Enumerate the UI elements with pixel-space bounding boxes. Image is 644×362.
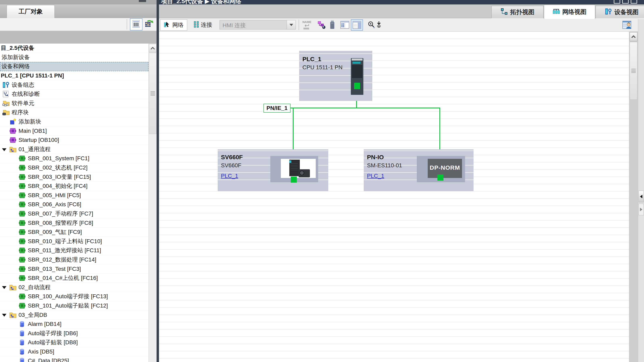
split-editor-tool[interactable] bbox=[351, 19, 363, 31]
relations-tool[interactable] bbox=[317, 20, 326, 30]
device-image-frame: DP-NORM bbox=[417, 156, 465, 182]
tree-item[interactable]: Startup [OB100] bbox=[0, 136, 148, 145]
device-model: SV660F bbox=[221, 162, 241, 169]
tree-item[interactable]: Main [OB1] bbox=[0, 126, 148, 136]
tab-network-view[interactable]: 网络视图 bbox=[544, 5, 595, 19]
show-names-tool[interactable]: NAME bbox=[302, 20, 312, 30]
tree-item[interactable]: Auto端子贴装 [DB8] bbox=[0, 338, 148, 347]
servo-drive-image bbox=[281, 159, 316, 178]
graphic-overview-tool[interactable] bbox=[622, 20, 633, 30]
station-tool[interactable] bbox=[328, 20, 336, 30]
tree-item[interactable]: 设备和网络 bbox=[0, 62, 148, 71]
connection-line[interactable] bbox=[293, 108, 294, 156]
tree-item[interactable]: SBR_013_Test [FC3] bbox=[0, 264, 148, 274]
connections-button[interactable]: 连接 bbox=[189, 19, 216, 30]
tab-topology-view[interactable]: 拓扑视图 bbox=[492, 6, 544, 18]
profinet-port[interactable] bbox=[354, 83, 360, 89]
tree-item[interactable]: SBR_011_激光焊接站 [FC11] bbox=[0, 246, 148, 255]
tree-item[interactable]: 添加新设备 bbox=[0, 53, 148, 62]
expander-arrow-icon[interactable] bbox=[2, 148, 6, 151]
expander-arrow-icon[interactable] bbox=[2, 314, 6, 316]
network-mode-button[interactable]: 网络 bbox=[160, 19, 187, 31]
tree-item[interactable]: SBR_001_System [FC1] bbox=[0, 154, 148, 163]
tree-item[interactable]: 在线和诊断 bbox=[0, 90, 148, 99]
network-canvas[interactable]: PLC_1 CPU 1511-1 PN PN/IE_1 SV660F SV660… bbox=[159, 32, 629, 362]
tree-item[interactable]: SBR_014_C#上位机 [FC16] bbox=[0, 274, 148, 283]
device-pn-io[interactable]: PN-IO SM-ES110-01 PLC_1 DP-NORM bbox=[364, 149, 474, 191]
tab-factory-objects-label: 工厂对象 bbox=[18, 8, 43, 16]
tree-item[interactable]: SBR_006_Axis [FC6] bbox=[0, 200, 148, 209]
connections-label: 连接 bbox=[201, 21, 212, 29]
fc-block-icon bbox=[18, 302, 26, 309]
expander-arrow-icon[interactable] bbox=[2, 286, 6, 289]
fc-block-icon bbox=[18, 219, 26, 226]
tree-item[interactable]: SBR_007_手动程序 [FC7] bbox=[0, 209, 148, 218]
page-layout-tool[interactable] bbox=[340, 20, 350, 30]
window-button-icon[interactable] bbox=[622, 0, 629, 4]
tree-item[interactable]: Auto端子焊接 [DB6] bbox=[0, 329, 148, 338]
tree-item[interactable]: Alarm [DB14] bbox=[0, 320, 148, 329]
tree-item[interactable]: SBR_004_初始化 [FC4] bbox=[0, 182, 148, 191]
tab-factory-objects[interactable]: 工厂对象 bbox=[7, 5, 55, 18]
tree-item[interactable]: SBR_012_数据处理 [FC14] bbox=[0, 255, 148, 264]
tree-item[interactable]: SBR_010_端子上料站 [FC10] bbox=[0, 237, 148, 246]
project-tree-scrollbar[interactable] bbox=[148, 44, 157, 362]
tree-item[interactable]: SBR_002_状态机 [FC2] bbox=[0, 163, 148, 172]
group-folder-icon bbox=[9, 284, 17, 291]
tree-item[interactable]: C#_Data [DB25] bbox=[0, 356, 148, 362]
scrollbar-thumb[interactable] bbox=[630, 42, 637, 100]
device-plc[interactable]: PLC_1 CPU 1511-1 PN bbox=[299, 51, 372, 101]
profinet-port[interactable] bbox=[291, 176, 297, 182]
connection-type-dropdown[interactable]: HMI 连接 bbox=[220, 20, 296, 30]
device-name[interactable]: PLC_1 bbox=[302, 56, 321, 62]
scrollbar-thumb[interactable] bbox=[149, 53, 156, 134]
zoom-icon bbox=[368, 21, 376, 29]
device-sv660f[interactable]: SV660F SV660F PLC_1 bbox=[218, 149, 328, 191]
clipped-icon-fragment bbox=[139, 0, 146, 2]
window-button-icon[interactable] bbox=[631, 0, 637, 4]
tree-item[interactable]: 软件单元 bbox=[0, 99, 148, 108]
cpu-module-image[interactable] bbox=[351, 58, 363, 95]
fit-to-view-tool[interactable] bbox=[376, 20, 382, 29]
tree-item[interactable]: 添加新块 bbox=[0, 117, 148, 126]
tab-topology-view-label: 拓扑视图 bbox=[510, 8, 534, 16]
window-button-icon[interactable] bbox=[614, 0, 620, 4]
expand-panel-button[interactable] bbox=[638, 204, 644, 215]
assigned-controller-link[interactable]: PLC_1 bbox=[221, 173, 238, 179]
tree-item[interactable]: Axis [DB5] bbox=[0, 347, 148, 356]
software-units-icon bbox=[2, 100, 10, 107]
tree-item[interactable]: SBR_005_HMI [FC5] bbox=[0, 191, 148, 200]
tab-device-view[interactable]: 设备视图 bbox=[596, 6, 644, 18]
breadcrumb: 项目_2.5代设备 ▶ 设备和网络 bbox=[161, 0, 241, 4]
connection-line[interactable] bbox=[440, 108, 440, 156]
scroll-up-button[interactable] bbox=[149, 44, 156, 52]
tree-item[interactable]: 设备组态 bbox=[0, 80, 148, 90]
device-name[interactable]: PN-IO bbox=[367, 154, 384, 160]
tree-item[interactable]: 01_通用流程 bbox=[0, 145, 148, 154]
zoom-tool[interactable] bbox=[367, 20, 376, 30]
tree-item[interactable]: 03_全局DB bbox=[0, 310, 148, 320]
tree-item[interactable]: SBR_101_Auto端子贴装 [FC12] bbox=[0, 301, 148, 310]
tree-item[interactable]: 程序块 bbox=[0, 108, 148, 117]
tree-item[interactable]: 02_自动流程 bbox=[0, 283, 148, 292]
device-name[interactable]: SV660F bbox=[221, 154, 243, 160]
tree-item[interactable]: SBR_008_报警程序 [FC8] bbox=[0, 218, 148, 228]
collapse-panel-button[interactable] bbox=[638, 191, 644, 202]
tree-item[interactable]: 目_2.5代设备 bbox=[0, 44, 148, 53]
sync-view-button[interactable] bbox=[144, 19, 154, 30]
tree-item-label: SBR_003_IO变量 [FC15] bbox=[28, 173, 91, 181]
dropdown-button[interactable] bbox=[287, 20, 296, 29]
fit-to-view-icon bbox=[376, 21, 381, 29]
tree-item[interactable]: SBR_009_气缸 [FC9] bbox=[0, 228, 148, 237]
tree-item[interactable]: SBR_003_IO变量 [FC15] bbox=[0, 172, 148, 182]
canvas-vertical-scrollbar[interactable] bbox=[629, 32, 638, 362]
subnet-label[interactable]: PN/IE_1 bbox=[264, 104, 290, 112]
tree-item[interactable]: PLC_1 [CPU 1511-1 PN] bbox=[0, 71, 148, 80]
tree-item[interactable]: SBR_100_Auto端子焊接 [FC13] bbox=[0, 292, 148, 301]
profinet-port[interactable] bbox=[438, 174, 444, 180]
panel-divider[interactable] bbox=[156, 0, 159, 362]
assigned-controller-link[interactable]: PLC_1 bbox=[367, 173, 384, 179]
subnet-bus-line[interactable] bbox=[290, 108, 440, 108]
scroll-up-button[interactable] bbox=[630, 32, 637, 41]
details-view-button[interactable] bbox=[130, 18, 142, 30]
